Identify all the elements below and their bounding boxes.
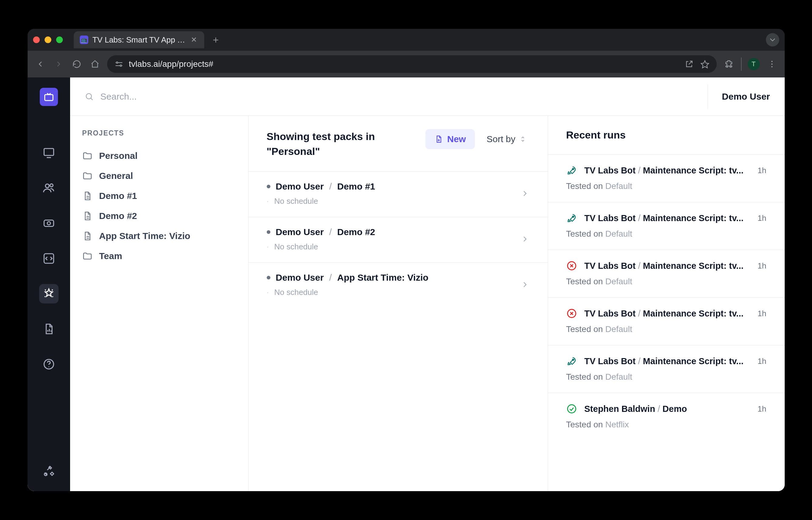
run-user: TV Labs Bot (584, 356, 636, 366)
chevron-right-icon (521, 234, 530, 243)
nav-help[interactable] (39, 355, 59, 374)
run-time: 1h (758, 357, 766, 366)
tab-title: TV Labs: Smart TV App Testin (92, 35, 186, 45)
run-device: Default (605, 324, 633, 334)
search-icon (85, 92, 94, 101)
run-name: Maintenance Script: tv... (643, 309, 744, 318)
pack-owner: Demo User (276, 272, 324, 283)
run-row[interactable]: TV Labs Bot / Maintenance Script: tv... … (548, 154, 785, 202)
run-status-icon (566, 356, 577, 367)
projects-heading: PROJECTS (82, 129, 238, 137)
sort-label: Sort by (486, 134, 515, 144)
run-row[interactable]: Stephen Baldwin / Demo 1h Tested on Netf… (548, 393, 785, 440)
project-item[interactable]: Demo #2 (80, 206, 238, 226)
run-row[interactable]: TV Labs Bot / Maintenance Script: tv... … (548, 202, 785, 250)
run-time: 1h (758, 261, 766, 270)
window-controls (33, 36, 63, 43)
site-settings-icon[interactable] (114, 59, 123, 69)
folder-icon (82, 151, 92, 161)
svg-rect-10 (45, 95, 53, 101)
run-status-icon (566, 404, 577, 414)
browser-tab[interactable]: TV Labs: Smart TV App Testin ✕ (74, 31, 204, 48)
address-bar[interactable]: tvlabs.ai/app/projects# (107, 55, 717, 73)
test-pack-row[interactable]: Demo User / Demo #1 · No schedule (249, 171, 548, 217)
nav-code[interactable] (39, 249, 59, 268)
maximize-window-button[interactable] (56, 36, 63, 43)
run-device: Default (605, 181, 633, 191)
run-status-icon (566, 165, 577, 176)
tested-on-label: Tested on (566, 324, 605, 334)
item-label: Demo #1 (99, 191, 137, 201)
app-body: Demo User PROJECTS Personal General (70, 77, 785, 491)
run-name: Maintenance Script: tv... (643, 356, 744, 366)
nav-devices[interactable] (39, 143, 59, 162)
reload-button[interactable] (71, 58, 83, 70)
projects-panel: PROJECTS Personal General Demo #1Demo #2… (70, 116, 249, 491)
pack-owner: Demo User (276, 181, 324, 192)
toolbar-divider (741, 57, 741, 71)
run-device: Default (605, 229, 633, 238)
folder-label: Team (99, 251, 122, 261)
tab-overflow-button[interactable] (766, 33, 779, 47)
test-pack-row[interactable]: Demo User / App Start Time: Vizio · No s… (249, 262, 548, 308)
new-label: New (447, 134, 466, 144)
test-pack-row[interactable]: Demo User / Demo #2 · No schedule (249, 217, 548, 262)
new-tab-button[interactable]: ＋ (209, 33, 222, 47)
search-input[interactable] (101, 92, 701, 102)
project-folder-team[interactable]: Team (80, 246, 238, 266)
svg-marker-6 (701, 61, 708, 68)
run-status-icon (566, 308, 577, 319)
pack-owner: Demo User (276, 227, 324, 237)
run-user: TV Labs Bot (584, 309, 636, 318)
open-external-icon[interactable] (684, 59, 694, 69)
run-user: TV Labs Bot (584, 213, 636, 223)
project-item[interactable]: App Start Time: Vizio (80, 226, 238, 246)
svg-point-22 (48, 366, 49, 367)
home-button[interactable] (89, 58, 101, 70)
run-row[interactable]: TV Labs Bot / Maintenance Script: tv... … (548, 250, 785, 297)
svg-point-14 (50, 184, 53, 187)
tested-on-label: Tested on (566, 277, 605, 286)
close-window-button[interactable] (33, 36, 40, 43)
folder-icon (82, 251, 92, 261)
project-item[interactable]: Demo #1 (80, 186, 238, 206)
folder-label: Personal (99, 151, 138, 161)
back-button[interactable] (34, 58, 47, 70)
sort-chevrons-icon (519, 135, 527, 143)
extensions-button[interactable] (723, 58, 735, 70)
svg-point-43 (567, 405, 576, 413)
tested-on-label: Tested on (566, 420, 605, 429)
browser-menu-button[interactable] (766, 58, 778, 70)
close-tab-button[interactable]: ✕ (190, 35, 198, 44)
run-row[interactable]: TV Labs Bot / Maintenance Script: tv... … (548, 345, 785, 393)
pack-name: App Start Time: Vizio (337, 272, 428, 283)
nav-team[interactable] (39, 178, 59, 198)
document-icon (82, 211, 92, 221)
run-time: 1h (758, 404, 766, 414)
nav-settings[interactable] (39, 461, 59, 481)
user-menu[interactable]: Demo User (708, 84, 770, 109)
project-folder-personal[interactable]: Personal (80, 146, 238, 166)
bookmark-star-icon[interactable] (700, 59, 709, 69)
nav-projects[interactable] (39, 284, 59, 304)
folder-icon (82, 171, 92, 181)
new-pack-button[interactable]: New (425, 129, 475, 149)
forward-button[interactable] (53, 58, 65, 70)
sort-button[interactable]: Sort by (483, 129, 529, 149)
profile-button[interactable]: T (748, 58, 760, 70)
run-device: Default (605, 372, 633, 382)
pack-name: Demo #1 (337, 181, 375, 192)
item-label: Demo #2 (99, 211, 137, 221)
nav-reports[interactable] (39, 319, 59, 339)
tested-on-label: Tested on (566, 229, 605, 238)
app-logo[interactable] (40, 88, 58, 106)
recent-runs-panel: Recent runs TV Labs Bot / Maintenance Sc… (548, 116, 785, 491)
minimize-window-button[interactable] (45, 36, 51, 43)
svg-point-0 (116, 62, 118, 63)
document-icon (82, 231, 92, 241)
project-folder-general[interactable]: General (80, 166, 238, 186)
run-row[interactable]: TV Labs Bot / Maintenance Script: tv... … (548, 297, 785, 345)
nav-sessions[interactable] (39, 213, 59, 233)
schedule-text: No schedule (274, 242, 318, 252)
packs-heading: Showing test packs in "Personal" (267, 129, 417, 159)
